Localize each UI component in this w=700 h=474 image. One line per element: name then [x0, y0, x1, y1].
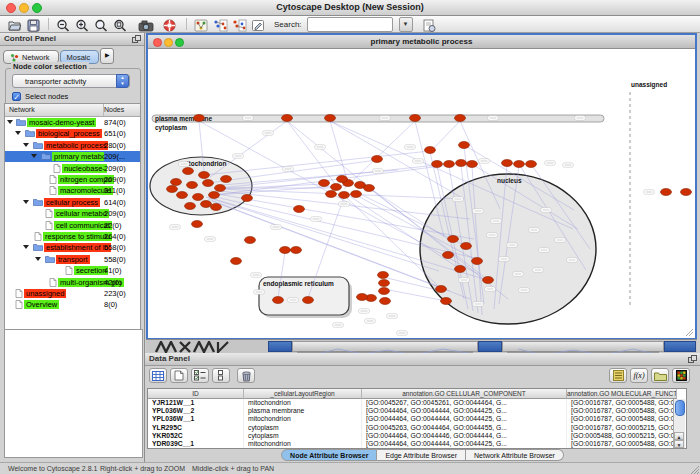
- scrollbar-thumb[interactable]: [675, 400, 685, 416]
- graph-node[interactable]: [242, 195, 253, 202]
- tree-row[interactable]: mosaic-demo-yeast874(0): [5, 117, 140, 128]
- graph-node[interactable]: [273, 297, 284, 304]
- graph-node[interactable]: [661, 189, 672, 196]
- formula-builder-button[interactable]: f(x): [630, 368, 648, 383]
- graph-node[interactable]: [459, 142, 470, 149]
- graph-node[interactable]: [441, 298, 452, 305]
- table-cell[interactable]: cytoplasm: [244, 432, 362, 440]
- attribute-checklist-button[interactable]: [191, 368, 209, 383]
- graph-node[interactable]: [291, 247, 302, 254]
- zoom-in-icon[interactable]: [75, 18, 89, 31]
- minimize-icon[interactable]: [19, 3, 29, 13]
- tree-row-label[interactable]: cellular process: [44, 198, 100, 207]
- table-row[interactable]: YJR121W__1mitochondrion[GO:0045267, GO:0…: [148, 399, 686, 407]
- tree-row-label[interactable]: response to stimulu: [43, 232, 112, 241]
- table-cell[interactable]: YDR039C__1: [148, 440, 244, 448]
- tree-row[interactable]: unassigned223(0): [5, 288, 140, 299]
- graph-node[interactable]: [319, 180, 330, 187]
- tree-row-label[interactable]: cellular metabo: [54, 209, 109, 218]
- graph-node[interactable]: [379, 288, 390, 295]
- table-row[interactable]: YDR039C__1mitochondrion[GO:0044464, GO:0…: [148, 440, 686, 448]
- graph-node[interactable]: [245, 237, 256, 244]
- search-input[interactable]: [307, 17, 393, 32]
- hidden-window-logo[interactable]: [154, 341, 232, 353]
- hidden-window-tab[interactable]: [664, 341, 696, 352]
- table-cell[interactable]: [GO:0016787, GO:0005488, GO:0005215, G..…: [567, 440, 677, 448]
- network-birdseye-view[interactable]: [4, 329, 143, 458]
- heatmap-matrix-button[interactable]: [672, 368, 690, 383]
- expand-arrow-icon[interactable]: [35, 257, 41, 261]
- close-icon[interactable]: [153, 38, 162, 47]
- tree-row[interactable]: nitrogen compo209(0): [5, 174, 140, 185]
- table-cell[interactable]: YPL036W__1: [148, 415, 244, 423]
- graph-node[interactable]: [192, 221, 203, 228]
- tree-row-label[interactable]: nucleobase-: [62, 164, 107, 173]
- table-cell[interactable]: mitochondrion: [244, 440, 362, 448]
- graph-node[interactable]: [379, 280, 390, 287]
- table-cell[interactable]: [GO:0044464, GO:0044444, GO:0044425, G..…: [362, 407, 567, 415]
- table-scrollbar[interactable]: ▲ ▼: [673, 399, 685, 448]
- graph-node[interactable]: [167, 186, 178, 193]
- graph-node[interactable]: [514, 161, 525, 168]
- graph-node[interactable]: [351, 191, 362, 198]
- zoom-window-icon[interactable]: [175, 38, 184, 47]
- table-cell[interactable]: plasma membrane: [244, 407, 362, 415]
- graph-node[interactable]: [171, 179, 182, 186]
- tab-network-attribute-browser[interactable]: Network Attribute Browser: [466, 449, 564, 461]
- graph-node[interactable]: [436, 286, 447, 293]
- scroll-down-icon[interactable]: ▼: [674, 440, 684, 448]
- expand-arrow-icon[interactable]: [23, 200, 29, 204]
- expand-arrow-icon[interactable]: [31, 154, 37, 158]
- resize-grip-icon[interactable]: [689, 464, 699, 474]
- table-cell[interactable]: [GO:0044464, GO:0044444, GO:0044425, G..…: [362, 440, 567, 448]
- unselect-attributes-button[interactable]: [212, 368, 230, 383]
- graph-node[interactable]: [209, 192, 220, 199]
- graph-node[interactable]: [380, 298, 391, 305]
- table-row[interactable]: YLR295Ccytoplasm[GO:0045263, GO:0044464,…: [148, 424, 686, 432]
- zoom-window-icon[interactable]: [32, 3, 42, 13]
- table-row[interactable]: YKR052Ccytoplasm[GO:0044464, GO:0044446,…: [148, 432, 686, 440]
- table-cell[interactable]: [GO:0045267, GO:0045261, GO:0044464, G..…: [362, 399, 567, 407]
- open-file-icon[interactable]: [8, 18, 22, 31]
- table-cell[interactable]: [GO:0044464, GO:0044444, GO:0044425, G..…: [362, 415, 567, 423]
- table-cell[interactable]: [GO:0045263, GO:0044464, GO:0044455, G..…: [362, 424, 567, 432]
- tree-row[interactable]: macromolecule311(0): [5, 185, 140, 196]
- table-cell[interactable]: [GO:0016787, GO:0005488, GO:0005215, G..…: [567, 399, 677, 407]
- graph-edge[interactable]: [287, 121, 336, 185]
- graph-node[interactable]: [303, 297, 314, 304]
- table-row[interactable]: YPL036W__1mitochondrion[GO:0044464, GO:0…: [148, 415, 686, 423]
- network-window-titlebar[interactable]: primary metabolic process: [148, 35, 695, 49]
- import-attributes-folder-button[interactable]: [651, 368, 669, 383]
- select-attributes-button[interactable]: [149, 368, 167, 383]
- select-nodes-checkbox[interactable]: ✓: [12, 92, 21, 101]
- graph-edge[interactable]: [210, 121, 287, 177]
- graph-node[interactable]: [425, 147, 436, 154]
- graph-node[interactable]: [432, 161, 443, 168]
- graph-node[interactable]: [372, 156, 383, 163]
- tab-edge-attribute-browser[interactable]: Edge Attribute Browser: [377, 449, 466, 461]
- tree-row-label[interactable]: metabolic process: [44, 141, 108, 150]
- app-titlebar[interactable]: Cytoscape Desktop (New Session): [0, 0, 700, 16]
- tree-row[interactable]: primary metabo209(...: [5, 151, 140, 162]
- expand-arrow-icon[interactable]: [15, 131, 21, 135]
- tree-row[interactable]: establishment of lo558(0): [5, 242, 140, 253]
- snapshot-camera-icon[interactable]: [138, 18, 152, 31]
- graph-node[interactable]: [280, 247, 291, 254]
- zoom-fit-icon[interactable]: [94, 18, 108, 31]
- table-cell[interactable]: [GO:0016787, GO:0005488, GO:0005215, G..…: [567, 407, 677, 415]
- graph-node[interactable]: [681, 189, 692, 196]
- graph-node[interactable]: [231, 258, 242, 265]
- graph-node[interactable]: [215, 185, 226, 192]
- tree-row-label[interactable]: biological_process: [36, 129, 102, 138]
- tree-row[interactable]: transport558(0): [5, 254, 140, 265]
- node-color-dropdown[interactable]: transporter activity ▲▼: [12, 74, 130, 88]
- vizmapper-edit-icon[interactable]: [251, 18, 265, 31]
- graph-node[interactable]: [526, 161, 537, 168]
- table-cell[interactable]: [GO:0016787, GO:0005488, GO:0005215, G..…: [567, 415, 677, 423]
- zoom-selected-icon[interactable]: [113, 18, 127, 31]
- tree-row-label[interactable]: transport: [56, 255, 90, 264]
- graph-node[interactable]: [378, 272, 389, 279]
- graph-node[interactable]: [444, 161, 455, 168]
- tab-overflow-arrow[interactable]: ▶: [100, 48, 114, 64]
- expand-arrow-icon[interactable]: [23, 143, 29, 147]
